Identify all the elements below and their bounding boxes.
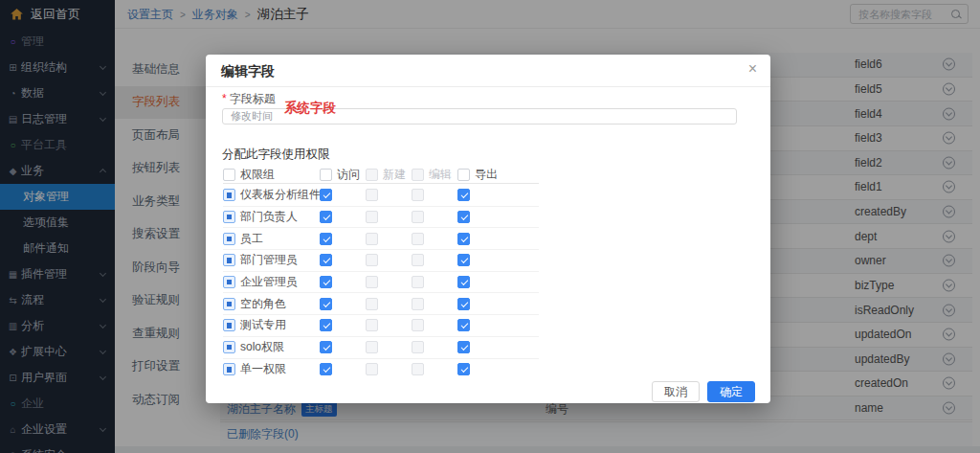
modal-header: 编辑字段 × — [206, 55, 770, 87]
edit-checkbox — [412, 254, 424, 266]
header-checkbox — [412, 169, 424, 181]
edit-checkbox — [412, 319, 424, 331]
group-checkbox[interactable] — [223, 211, 235, 223]
permission-row: 单一权限 — [223, 359, 539, 381]
create-checkbox — [366, 298, 378, 310]
group-checkbox[interactable] — [223, 319, 235, 331]
export-checkbox[interactable] — [457, 341, 470, 353]
group-checkbox[interactable] — [223, 276, 235, 288]
permission-header-cell: 编辑 — [412, 167, 452, 183]
permission-group-label: 单一权限 — [240, 361, 286, 377]
permission-row: 企业管理员 — [223, 272, 539, 294]
group-checkbox[interactable] — [223, 233, 235, 245]
permission-group-label: solo权限 — [240, 339, 284, 355]
edit-checkbox — [412, 233, 424, 245]
export-checkbox[interactable] — [457, 363, 470, 375]
create-checkbox — [366, 189, 378, 201]
permission-table-header: 权限组 访问 新建 编辑 导出 — [223, 167, 539, 184]
cancel-button[interactable]: 取消 — [652, 381, 700, 402]
permission-row: solo权限 — [223, 337, 539, 359]
access-checkbox[interactable] — [320, 319, 332, 331]
permission-group-label: 员工 — [240, 231, 263, 247]
permission-section-title: 分配此字段使用权限 — [222, 147, 330, 163]
create-checkbox — [366, 276, 378, 288]
permission-group-label: 部门管理员 — [240, 252, 298, 268]
export-checkbox[interactable] — [457, 319, 470, 331]
permission-table-body: 仪表板分析组件 部门负责人 — [223, 185, 539, 380]
access-checkbox[interactable] — [320, 211, 332, 223]
create-checkbox — [366, 363, 378, 375]
group-checkbox[interactable] — [223, 341, 235, 353]
required-asterisk: * — [222, 92, 227, 105]
create-checkbox — [366, 233, 378, 245]
export-checkbox[interactable] — [457, 211, 470, 223]
permission-group-label: 仪表板分析组件 — [240, 187, 321, 203]
export-checkbox[interactable] — [457, 276, 470, 288]
field-title-label: *字段标题 — [222, 91, 276, 107]
permission-group-label: 测试专用 — [240, 317, 286, 333]
permission-group-label: 部门负责人 — [240, 209, 298, 225]
export-checkbox[interactable] — [457, 254, 470, 266]
permission-row: 测试专用 — [223, 315, 539, 337]
edit-checkbox — [412, 341, 424, 353]
create-checkbox — [366, 254, 378, 266]
app-window: 返回首页 ○ 管理 ⊞ 组织结构 ◔ 数据 — [0, 0, 980, 453]
edit-checkbox — [412, 276, 424, 288]
edit-field-modal: 编辑字段 × *字段标题 系统字段 分配此字段使用权限 权限组 访问 — [206, 55, 770, 403]
access-checkbox[interactable] — [320, 276, 332, 288]
access-checkbox[interactable] — [320, 189, 332, 201]
group-checkbox[interactable] — [223, 298, 235, 310]
create-checkbox — [366, 211, 378, 223]
header-checkbox — [366, 169, 378, 181]
permission-header-cell: 新建 — [366, 167, 406, 183]
permission-header-label: 编辑 — [429, 167, 452, 183]
header-checkbox[interactable] — [223, 169, 235, 181]
permission-header-label: 新建 — [383, 167, 406, 183]
export-checkbox[interactable] — [457, 233, 470, 245]
access-checkbox[interactable] — [320, 298, 332, 310]
permission-row: 仪表板分析组件 — [223, 185, 539, 207]
group-checkbox[interactable] — [223, 254, 235, 266]
close-icon[interactable]: × — [748, 61, 757, 77]
permission-row: 员工 — [223, 228, 539, 250]
modal-title: 编辑字段 — [221, 55, 275, 87]
system-field-annotation: 系统字段 — [284, 100, 336, 117]
modal-footer: 取消 确定 — [652, 381, 755, 402]
export-checkbox[interactable] — [457, 298, 470, 310]
export-checkbox[interactable] — [457, 189, 470, 201]
permission-header-label: 访问 — [337, 167, 360, 183]
create-checkbox — [366, 319, 378, 331]
permission-group-label: 空的角色 — [240, 296, 286, 312]
edit-checkbox — [412, 211, 424, 223]
permission-header-cell: 导出 — [457, 167, 498, 183]
permission-header-label: 权限组 — [240, 167, 275, 183]
access-checkbox[interactable] — [320, 233, 332, 245]
permission-header-cell: 访问 — [320, 167, 360, 183]
group-checkbox[interactable] — [223, 189, 235, 201]
permission-row: 空的角色 — [223, 293, 539, 315]
confirm-button[interactable]: 确定 — [707, 381, 755, 402]
header-checkbox[interactable] — [320, 169, 332, 181]
access-checkbox[interactable] — [320, 254, 332, 266]
header-checkbox[interactable] — [457, 169, 470, 181]
edit-checkbox — [412, 363, 424, 375]
create-checkbox — [366, 341, 378, 353]
permission-row: 部门管理员 — [223, 250, 539, 272]
permission-row: 部门负责人 — [223, 207, 539, 229]
edit-checkbox — [412, 298, 424, 310]
permission-header-label: 导出 — [475, 167, 498, 183]
access-checkbox[interactable] — [320, 341, 332, 353]
group-checkbox[interactable] — [223, 363, 235, 375]
edit-checkbox — [412, 189, 424, 201]
access-checkbox[interactable] — [320, 363, 332, 375]
permission-group-label: 企业管理员 — [240, 274, 298, 290]
permission-header-cell: 权限组 — [223, 167, 275, 183]
